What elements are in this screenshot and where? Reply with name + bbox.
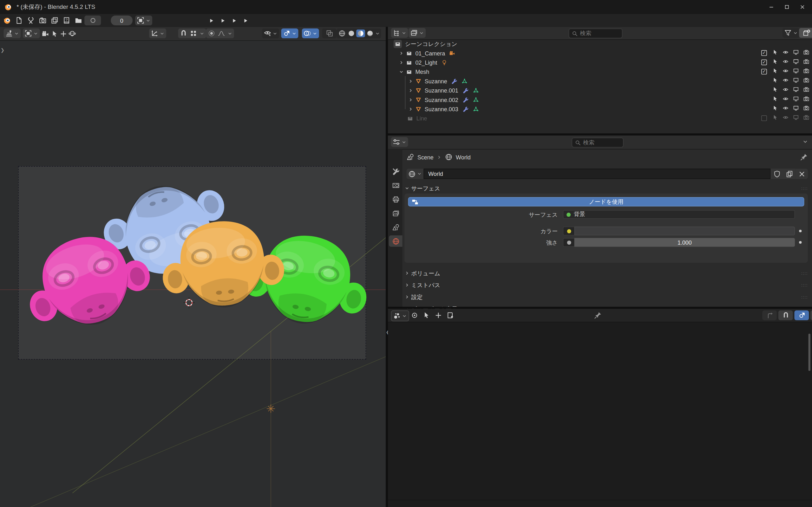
frame-current-field[interactable]: 0 [111,15,133,25]
tab-render[interactable] [389,180,402,191]
cursor-tool-icon[interactable] [51,30,58,38]
shading-shade-material[interactable] [356,30,365,37]
fake-user-button[interactable] [770,169,783,179]
properties-options-chevron-icon[interactable] [802,139,809,145]
new-datablock-button[interactable] [783,169,796,179]
viewport-3d[interactable]: ❯ [0,27,386,507]
monitor-icon[interactable] [793,96,799,102]
expander-closed-icon[interactable] [408,107,413,112]
box-dot-icon[interactable] [446,312,454,319]
outliner-row-Suzanne.003[interactable]: Suzanne.003 [388,105,812,114]
tab-world[interactable] [389,235,402,247]
shading-shade-wire[interactable] [338,30,346,37]
minimize-button[interactable] [763,0,779,14]
cursor-icon[interactable] [772,58,778,65]
proportional-edit-controls[interactable] [206,29,234,38]
monitor-icon[interactable] [793,105,799,111]
outliner-row-02_Light[interactable]: 02_Light✓ [388,58,812,67]
eye-icon[interactable] [782,58,789,65]
playback-play-0-icon[interactable] [208,17,214,24]
eye-icon[interactable] [782,114,789,121]
camera-photo-icon[interactable] [803,49,809,55]
object-visibility-menu[interactable] [262,29,279,38]
section-header-collapsed[interactable]: 設定:::: [404,293,808,301]
blender-app-menu-icon[interactable] [4,3,12,11]
cursor-icon[interactable] [422,312,430,319]
render-display-toggle[interactable] [84,15,101,25]
toolbar-expand-icon[interactable]: ❯ [1,48,4,53]
bottom-editor-type-selector[interactable] [391,311,409,321]
camera-photo-icon[interactable] [803,105,809,111]
color-swatch[interactable] [574,227,795,235]
drag-dots-icon[interactable]: :::: [801,283,808,287]
unlink-datablock-button[interactable] [796,169,808,179]
frame-range-menu[interactable] [135,15,152,25]
chevron-down-icon[interactable] [810,311,812,320]
outliner-row-Line[interactable]: Line [388,114,812,123]
view-frame-menu[interactable] [23,29,40,38]
eye-icon[interactable] [782,68,789,74]
monitor-icon[interactable] [793,58,799,65]
render-camera-icon[interactable] [39,16,46,24]
camera-photo-icon[interactable] [803,68,809,74]
surface-section-header[interactable]: サーフェス :::: [404,184,808,192]
shading-shade-solid[interactable] [347,30,356,37]
world-datablock-menu[interactable] [407,169,424,179]
window-copy-icon[interactable] [51,16,58,24]
outliner-row-Suzanne.002[interactable]: Suzanne.002 [388,95,812,104]
checkbox-checked[interactable]: ✓ [761,69,767,74]
checkbox-checked[interactable]: ✓ [761,60,767,65]
properties-editor-type-selector[interactable] [391,137,408,147]
camera-photo-icon[interactable] [803,77,809,83]
camera-photo-icon[interactable] [803,114,809,121]
viewport-canvas[interactable]: ❯ [0,40,386,507]
expander-open-icon[interactable] [399,69,404,74]
file-new-icon[interactable] [15,16,22,24]
cursor-icon[interactable] [772,68,778,74]
tools-icon[interactable] [27,16,35,24]
outliner-filter-menu[interactable] [782,28,800,38]
expander-closed-icon[interactable] [408,97,413,102]
world-icon[interactable] [445,153,453,161]
new-collection-button[interactable] [799,28,812,38]
blender-logo-icon[interactable] [3,16,11,24]
properties-search-input[interactable]: 検索 [571,137,623,147]
outliner-row-シーンコレクション[interactable]: シーンコレクション [388,39,812,49]
section-header-collapsed[interactable]: ミストパス:::: [404,281,808,289]
strength-slider[interactable]: 1.000 [574,238,795,247]
monitor-icon[interactable] [793,87,799,93]
eye-icon[interactable] [782,87,789,93]
checkbox-empty[interactable] [761,115,767,121]
scene-icon[interactable] [407,153,414,161]
outliner-editor-type-selector[interactable] [391,28,408,38]
camera-photo-icon[interactable] [803,87,809,93]
bottom-magnet-button[interactable] [778,311,793,320]
drag-dots-icon[interactable]: :::: [801,186,808,191]
folder-icon[interactable] [74,16,82,24]
outliner-display-mode[interactable] [409,28,426,38]
expander-closed-icon[interactable] [408,88,413,93]
plus-icon[interactable] [435,312,442,319]
tab-output[interactable] [389,193,402,205]
outliner-row-01_Camera[interactable]: 01_Camera✓ [388,49,812,58]
eye-icon[interactable] [782,105,789,111]
playback-play-1-icon[interactable] [219,17,226,24]
eye-icon[interactable] [782,49,789,55]
socket-button[interactable] [563,238,574,247]
tab-view-layer[interactable] [389,208,402,219]
chevron-down-icon[interactable] [375,31,380,36]
drag-dots-icon[interactable]: :::: [801,295,808,299]
animate-dot[interactable] [799,241,802,244]
suzanne-menu-icon[interactable] [68,30,76,38]
breadcrumb-scene[interactable]: Scene [417,154,434,160]
surface-shader-dropdown[interactable]: 背景 [563,210,795,219]
camera-photo-icon[interactable] [803,96,809,102]
tab-scene[interactable] [389,222,402,233]
outliner-row-Suzanne[interactable]: Suzanne [388,77,812,86]
pin-id-icon[interactable] [800,153,808,161]
help-book-icon[interactable]: ? [63,16,70,24]
eye-target-icon[interactable] [411,312,418,319]
world-name-field[interactable]: World [424,169,771,179]
maximize-button[interactable] [779,0,795,14]
camera-photo-icon[interactable] [803,58,809,65]
